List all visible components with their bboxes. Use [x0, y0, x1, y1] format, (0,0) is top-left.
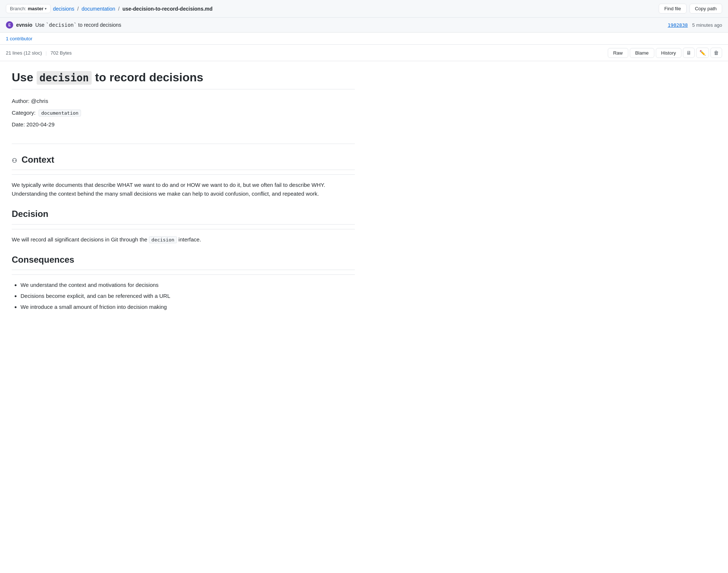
branch-selector[interactable]: Branch: master ▾	[6, 4, 51, 13]
pencil-icon: ✏️	[699, 50, 706, 56]
breadcrumb-documentation[interactable]: documentation	[82, 6, 115, 12]
decision-body-code: decision	[149, 236, 177, 243]
commit-info: E evnsio Use `decision` to record decisi…	[6, 21, 121, 29]
meta-block: Author: @chris Category: documentation D…	[12, 97, 355, 138]
meta-date: Date: 2020-04-29	[12, 120, 355, 129]
commit-author: evnsio	[16, 22, 32, 28]
blame-button[interactable]: Blame	[630, 48, 654, 58]
meta-author: Author: @chris	[12, 97, 355, 106]
context-body: We typically write documents that descri…	[12, 181, 355, 198]
list-item: Decisions become explicit, and can be re…	[21, 292, 355, 300]
find-file-button[interactable]: Find file	[659, 4, 687, 14]
section-divider-2	[12, 174, 355, 175]
decision-heading: Decision	[12, 207, 355, 224]
list-item: We understand the context and motivation…	[21, 281, 355, 289]
edit-button[interactable]: ✏️	[696, 48, 709, 58]
decision-body: We will record all significant decisions…	[12, 235, 355, 244]
breadcrumb-filename: use-decision-to-record-decisions.md	[122, 6, 213, 12]
breadcrumb-sep-1: /	[77, 6, 79, 12]
consequences-heading-text: Consequences	[12, 255, 74, 265]
file-meta: 21 lines (12 sloc) | 702 Bytes	[6, 50, 72, 56]
meta-separator: |	[45, 50, 47, 56]
category-label: Category:	[12, 110, 36, 116]
file-actions: Raw Blame History 🖥 ✏️ 🗑	[608, 48, 722, 58]
display-icon: 🖥	[686, 50, 691, 56]
branch-name: master	[28, 6, 44, 11]
category-value: documentation	[38, 110, 81, 117]
avatar: E	[6, 21, 13, 29]
commit-bar: E evnsio Use `decision` to record decisi…	[0, 18, 728, 33]
contributor-bar: 1 contributor	[0, 33, 728, 45]
section-divider-3	[12, 229, 355, 229]
date-label: Date:	[12, 121, 25, 127]
breadcrumb: decisions / documentation / use-decision…	[53, 6, 212, 12]
author-label: Author:	[12, 98, 29, 104]
section-divider-1	[12, 144, 355, 144]
chevron-down-icon: ▾	[45, 7, 47, 11]
title-suffix: to record decisions	[92, 71, 203, 84]
file-info-bar: 21 lines (12 sloc) | 702 Bytes Raw Blame…	[0, 45, 728, 61]
top-bar: Branch: master ▾ decisions / documentati…	[0, 0, 728, 18]
breadcrumb-sep-2: /	[118, 6, 120, 12]
list-item: We introduce a small amount of friction …	[21, 303, 355, 311]
context-heading: ⚇ Context	[12, 153, 355, 170]
commit-meta: 1902838 5 minutes ago	[668, 22, 722, 28]
decision-body-suffix: interface.	[177, 236, 201, 243]
history-button[interactable]: History	[656, 48, 681, 58]
decision-heading-text: Decision	[12, 209, 48, 219]
markdown-content: Use decision to record decisions Author:…	[12, 70, 355, 311]
title-prefix: Use	[12, 71, 37, 84]
breadcrumb-decisions[interactable]: decisions	[53, 6, 74, 12]
branch-label: Branch:	[10, 6, 26, 11]
file-lines: 21 lines (12 sloc)	[6, 50, 42, 56]
anchor-icon: ⚇	[12, 158, 17, 164]
author-value: @chris	[31, 98, 48, 104]
consequences-heading: Consequences	[12, 253, 355, 270]
consequences-list: We understand the context and motivation…	[12, 281, 355, 311]
decision-body-prefix: We will record all significant decisions…	[12, 236, 149, 243]
commit-hash[interactable]: 1902838	[668, 22, 688, 28]
commit-message: Use `decision` to record decisions	[35, 22, 121, 28]
doc-title: Use decision to record decisions	[12, 70, 355, 89]
top-bar-actions: Find file Copy path	[659, 4, 722, 14]
content-area: Use decision to record decisions Author:…	[0, 61, 367, 326]
contributor-link[interactable]: 1 contributor	[6, 36, 32, 41]
display-mode-button[interactable]: 🖥	[683, 48, 695, 58]
commit-time: 5 minutes ago	[692, 22, 722, 28]
context-heading-text: Context	[22, 155, 54, 164]
title-code: decision	[37, 71, 92, 85]
date-value: 2020-04-29	[26, 121, 55, 127]
trash-icon: 🗑	[714, 50, 719, 56]
section-divider-4	[12, 274, 355, 275]
copy-path-button[interactable]: Copy path	[690, 4, 722, 14]
delete-button[interactable]: 🗑	[710, 48, 722, 58]
breadcrumb-area: Branch: master ▾ decisions / documentati…	[6, 4, 213, 13]
raw-button[interactable]: Raw	[608, 48, 628, 58]
file-size: 702 Bytes	[51, 50, 72, 56]
meta-category: Category: documentation	[12, 108, 355, 117]
